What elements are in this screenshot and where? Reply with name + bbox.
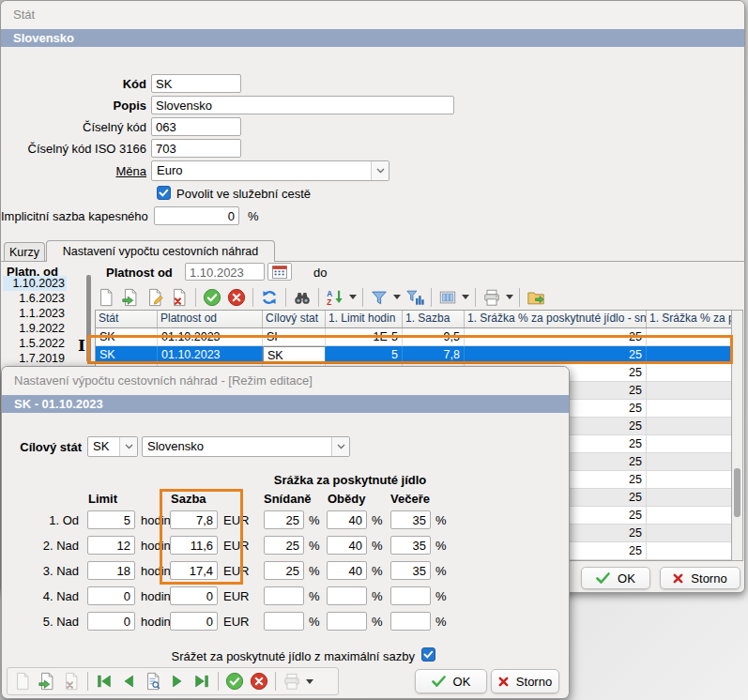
chevron-down-icon[interactable] xyxy=(371,161,389,180)
table-cell[interactable]: SK xyxy=(96,346,158,364)
snidane-field[interactable] xyxy=(264,586,304,605)
snidane-field[interactable]: 25 xyxy=(264,561,304,580)
limit-field[interactable]: 0 xyxy=(87,612,135,631)
chevron-down-icon[interactable] xyxy=(331,437,349,456)
copy-document-icon[interactable] xyxy=(36,670,58,692)
cancel-icon[interactable] xyxy=(248,670,270,692)
filter-icon[interactable] xyxy=(368,286,390,309)
table-cell[interactable] xyxy=(647,435,732,453)
table-cell[interactable] xyxy=(647,525,732,542)
tab-kurzy[interactable]: Kurzy xyxy=(4,242,45,261)
platnost-od-field[interactable]: 1.10.2023 xyxy=(185,263,265,281)
modal-storno-button[interactable]: Storno xyxy=(491,669,559,693)
obedy-field[interactable]: 40 xyxy=(327,510,367,529)
column-header[interactable]: 1. Limit hodin xyxy=(326,311,403,327)
table-cell[interactable]: 01.10.2023 xyxy=(158,328,263,346)
column-header[interactable]: 1. Srážka % za pos xyxy=(647,311,732,327)
first-record-icon[interactable] xyxy=(93,670,115,692)
table-row[interactable]: SK01.10.2023SI1E-59,525 xyxy=(96,328,732,346)
limit-field[interactable]: 5 xyxy=(87,510,135,529)
cilovy-stat-name-combo[interactable]: Slovensko xyxy=(142,436,350,457)
column-header[interactable]: 1. Srážka % za poskytnuté jídlo - snídan… xyxy=(465,311,647,327)
table-cell[interactable] xyxy=(647,382,732,400)
iso-field[interactable]: 703 xyxy=(151,139,241,158)
prev-record-icon[interactable] xyxy=(117,670,140,692)
sazba-field[interactable]: 17,4 xyxy=(170,561,218,580)
snidane-field[interactable]: 25 xyxy=(264,510,304,529)
table-cell[interactable] xyxy=(647,453,732,471)
table-cell[interactable]: 1E-5 xyxy=(326,328,403,346)
povolit-checkbox[interactable] xyxy=(157,186,171,200)
new-document-icon[interactable] xyxy=(11,670,34,692)
table-cell[interactable] xyxy=(647,400,732,418)
table-cell[interactable] xyxy=(647,418,732,435)
open-document-icon[interactable] xyxy=(119,286,142,309)
date-list-item[interactable]: 1.1.2023 xyxy=(3,306,67,321)
sort-az-icon[interactable]: AZ xyxy=(324,286,346,309)
table-cell[interactable]: 5 xyxy=(326,346,403,364)
refresh-icon[interactable] xyxy=(258,286,281,309)
ciselny-kod-field[interactable]: 063 xyxy=(151,117,241,136)
mena-combo[interactable]: Euro xyxy=(151,160,389,181)
mena-label[interactable]: Měna xyxy=(1,164,146,178)
table-cell[interactable]: 25 xyxy=(465,328,647,346)
export-data-icon[interactable] xyxy=(525,286,547,309)
last-record-icon[interactable] xyxy=(191,670,213,692)
limit-field[interactable]: 0 xyxy=(87,586,135,605)
table-cell[interactable]: 7,8 xyxy=(403,346,465,364)
limit-field[interactable]: 18 xyxy=(87,561,135,580)
modal-ok-button[interactable]: OK xyxy=(415,669,487,693)
kapesne-field[interactable]: 0 xyxy=(154,206,239,225)
date-list-item[interactable]: 1.5.2022 xyxy=(3,336,67,351)
vecere-field[interactable]: 35 xyxy=(390,561,431,580)
table-cell[interactable] xyxy=(647,346,732,364)
cilovy-stat-code-combo[interactable]: SK xyxy=(87,436,138,457)
columns-icon[interactable] xyxy=(436,286,459,309)
delete-document-icon[interactable] xyxy=(60,670,83,692)
table-cell[interactable]: SK xyxy=(263,346,326,364)
column-header[interactable]: Platnost od xyxy=(158,311,263,327)
confirm-icon[interactable] xyxy=(201,286,223,309)
search-binoculars-icon[interactable] xyxy=(291,286,313,309)
snidane-field[interactable]: 25 xyxy=(264,536,304,555)
vecere-field[interactable] xyxy=(390,586,431,605)
dropdown-caret-icon[interactable] xyxy=(305,670,314,692)
table-cell[interactable] xyxy=(647,489,732,507)
table-row[interactable]: SK01.10.2023SK57,825 xyxy=(96,346,732,364)
dropdown-caret-icon[interactable] xyxy=(392,286,402,309)
column-header[interactable]: Cílový stat xyxy=(263,311,326,327)
delete-document-icon[interactable] xyxy=(168,286,191,309)
vecere-field[interactable]: 35 xyxy=(390,510,431,529)
snidane-field[interactable] xyxy=(264,612,304,631)
max-rate-checkbox[interactable] xyxy=(421,647,435,662)
sazba-field[interactable]: 0 xyxy=(170,612,218,631)
vecere-field[interactable]: 35 xyxy=(390,536,431,555)
dropdown-caret-icon[interactable] xyxy=(348,286,358,309)
sazba-field[interactable]: 0 xyxy=(170,586,218,605)
column-header[interactable]: Stát xyxy=(96,311,158,327)
tab-nastaveni-nahrad[interactable]: Nastavení vypočtu cestovních náhrad xyxy=(46,240,275,262)
table-cell[interactable]: 01.10.2023 xyxy=(158,346,263,364)
date-list-item[interactable]: 1.6.2023 xyxy=(3,291,67,306)
print-icon[interactable] xyxy=(481,286,503,309)
table-cell[interactable]: 25 xyxy=(465,346,647,364)
table-cell[interactable] xyxy=(647,471,732,489)
next-record-icon[interactable] xyxy=(166,670,189,692)
obedy-field[interactable] xyxy=(327,612,367,631)
filter-settings-icon[interactable] xyxy=(404,286,426,309)
table-cell[interactable] xyxy=(647,507,732,525)
table-cell[interactable]: 9,5 xyxy=(403,328,465,346)
dropdown-caret-icon[interactable] xyxy=(505,286,514,309)
kod-field[interactable]: SK xyxy=(151,74,241,93)
print-icon[interactable] xyxy=(281,670,303,692)
obedy-field[interactable]: 40 xyxy=(327,561,367,580)
calendar-button[interactable] xyxy=(267,263,292,281)
table-scrollbar-thumb[interactable] xyxy=(734,468,740,517)
sazba-field[interactable]: 7,8 xyxy=(170,510,218,529)
date-list-item[interactable]: 1.9.2022 xyxy=(3,321,67,336)
vecere-field[interactable] xyxy=(390,612,431,631)
sazba-field[interactable]: 11,6 xyxy=(170,536,218,555)
table-cell[interactable] xyxy=(647,364,732,382)
edit-document-icon[interactable] xyxy=(144,286,166,309)
new-document-icon[interactable] xyxy=(95,286,117,309)
